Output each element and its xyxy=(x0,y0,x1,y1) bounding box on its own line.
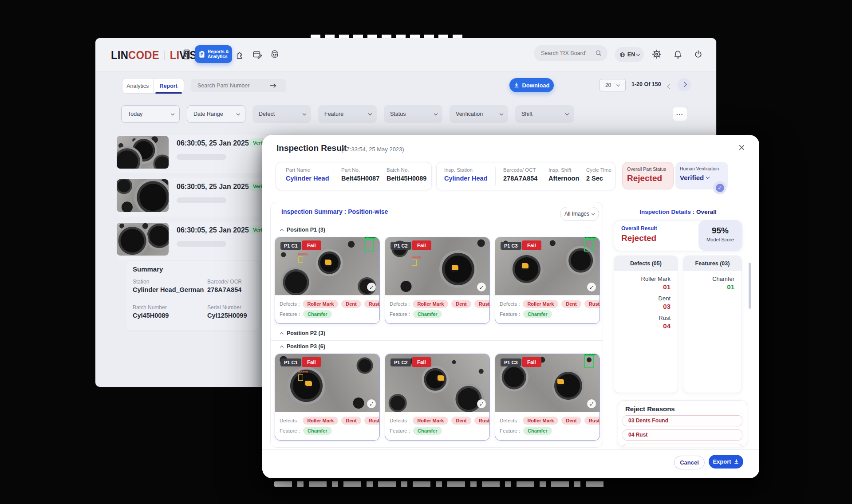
tab-report-label: Report xyxy=(160,83,178,89)
export-button[interactable]: Export xyxy=(709,455,743,469)
chevron-down-icon xyxy=(565,111,569,115)
filter-status[interactable]: Status xyxy=(384,105,442,123)
defect-tag: Rust xyxy=(364,300,380,308)
inspection-image-card[interactable]: chamfer P1 C3 Fail Defects :Roller MarkD… xyxy=(495,354,600,441)
language-selector[interactable]: EN xyxy=(615,47,644,62)
filter-verification[interactable]: Verification xyxy=(450,105,508,123)
workspace-nav-button[interactable] xyxy=(252,50,263,59)
filter-today[interactable]: Today xyxy=(121,105,180,123)
expand-icon[interactable] xyxy=(477,283,486,291)
part-info-card: Part Name Cylinder Head Part No. Belt45H… xyxy=(276,162,432,190)
notifications-button[interactable] xyxy=(673,50,682,59)
filter-shift[interactable]: Shift xyxy=(515,105,574,123)
defect-count: 03 xyxy=(614,303,671,310)
feature-tag: Chamfer xyxy=(523,310,552,318)
model-score-box: 95% Model Score xyxy=(698,220,742,251)
tab-active-underline xyxy=(155,92,182,94)
position-camera-badge: P1 C3 xyxy=(501,242,521,250)
position-p3-header[interactable]: Position P3 (6) xyxy=(280,343,325,350)
search-icon[interactable] xyxy=(595,50,602,57)
assistant-nav-button[interactable] xyxy=(269,49,280,59)
close-button[interactable] xyxy=(737,143,746,152)
part-search-input[interactable] xyxy=(197,82,269,89)
defect-highlight xyxy=(438,375,444,381)
barcode-label: Barcode/ OCR xyxy=(207,279,242,285)
globe-icon xyxy=(619,51,626,58)
expand-icon[interactable] xyxy=(587,399,596,408)
position-camera-badge: P1 C2 xyxy=(390,242,411,250)
close-icon xyxy=(738,144,745,151)
overall-result-label: Overall Result xyxy=(621,225,657,232)
inspection-image-card[interactable]: dents P1 C1 Fail Defects :Roller MarkDen… xyxy=(275,354,380,441)
chevron-down-icon xyxy=(171,111,174,115)
inspection-details-title: Inspection Details : Overall xyxy=(614,209,742,215)
integrations-nav-button[interactable] xyxy=(235,50,245,59)
gear-icon xyxy=(652,49,662,59)
nav-reports-analytics[interactable]: Reports & Analytics xyxy=(195,45,232,63)
overall-part-status-value: Rejected xyxy=(627,173,662,183)
puzzle-icon xyxy=(235,50,245,59)
power-button[interactable] xyxy=(694,50,703,59)
pagination-range: 1-20 Of 150 xyxy=(631,81,661,87)
scrollbar[interactable] xyxy=(749,263,751,309)
ellipsis-icon: ··· xyxy=(676,111,683,118)
fail-badge: Fail xyxy=(302,240,321,250)
position-p2-header[interactable]: Position P2 (3) xyxy=(280,330,325,336)
page-size-select[interactable]: 20 xyxy=(599,79,626,91)
inspection-image-card[interactable]: dents P1 C2 Fail Defects :Roller MarkDen… xyxy=(385,237,490,324)
language-label: EN xyxy=(627,51,635,58)
expand-icon[interactable] xyxy=(367,283,376,291)
prev-page-button[interactable] xyxy=(668,82,671,90)
inspection-image-card[interactable]: chamfer P1 C3 Fail Defects :Roller MarkD… xyxy=(495,237,600,324)
divider xyxy=(334,167,334,185)
filter-date-range[interactable]: Date Range xyxy=(187,105,245,123)
inspection-summary-panel: Inspection Summary : Position-wise All I… xyxy=(270,202,603,448)
expand-icon[interactable] xyxy=(367,399,376,408)
station-info-card: Insp. Station Cylinder Head Barcode/ OCT… xyxy=(436,162,615,190)
expand-icon[interactable] xyxy=(587,283,596,291)
tab-report[interactable]: Report xyxy=(154,79,184,93)
cancel-button[interactable]: Cancel xyxy=(674,456,705,469)
dents-detection-label: dents xyxy=(298,370,308,381)
inspection-image-card[interactable]: P1 C2 Fail Defects :Roller MarkDentRust … xyxy=(385,354,490,441)
chevron-down-icon xyxy=(368,111,372,115)
filter-feature[interactable]: Feature xyxy=(318,105,377,123)
defect-count: 04 xyxy=(614,322,671,330)
filter-verification-label: Verification xyxy=(456,111,483,117)
overall-result-value: Rejected xyxy=(621,233,656,243)
download-button[interactable]: Download xyxy=(509,78,554,92)
position-p1-label: Position P1 (3) xyxy=(287,227,325,233)
features-header: Features (03) xyxy=(683,256,742,271)
defect-tag: Roller Mark xyxy=(303,300,338,308)
settings-button[interactable] xyxy=(652,49,662,59)
modal-timestamp: (07:33:54, 25 May 2023) xyxy=(341,146,404,153)
all-images-select[interactable]: All Images xyxy=(560,207,599,221)
chevron-down-icon xyxy=(636,52,640,55)
more-filters-button[interactable]: ··· xyxy=(673,107,687,121)
feature-tag: Chamfer xyxy=(303,427,332,435)
chamfer-detection-box: chamfer xyxy=(584,239,594,252)
position-p1-header[interactable]: Position P1 (3) xyxy=(280,227,325,233)
model-score-value: 95% xyxy=(698,226,742,236)
overall-part-status-label: Overall Part Status xyxy=(627,166,666,172)
chamfer-detection-box: chamfer xyxy=(584,355,594,368)
part-search[interactable] xyxy=(191,79,286,92)
part-thumbnail[interactable] xyxy=(117,136,169,169)
inspection-image-card[interactable]: chamfer dents P1 C1 Fail Defects :Roller… xyxy=(275,237,380,324)
filter-defect[interactable]: Defect xyxy=(252,105,311,123)
arrow-right-icon[interactable] xyxy=(269,83,277,89)
global-search[interactable] xyxy=(534,45,607,61)
details-title-prefix: Inspection Details : xyxy=(639,209,694,215)
part-thumbnail[interactable] xyxy=(117,223,169,256)
next-page-button[interactable] xyxy=(678,78,691,91)
expand-icon[interactable] xyxy=(477,399,486,408)
part-no-label: Part No. xyxy=(341,167,360,173)
device-nav-button[interactable] xyxy=(181,49,192,60)
defect-tag: Dent xyxy=(561,300,581,308)
cycle-time-value: 2 Sec xyxy=(586,175,603,182)
human-verification-value: Verified xyxy=(680,174,704,181)
feature-label: Feature : xyxy=(500,311,520,317)
tab-analytics[interactable]: Analytics xyxy=(122,79,154,93)
global-search-input[interactable] xyxy=(540,50,594,57)
part-thumbnail[interactable] xyxy=(117,179,169,212)
